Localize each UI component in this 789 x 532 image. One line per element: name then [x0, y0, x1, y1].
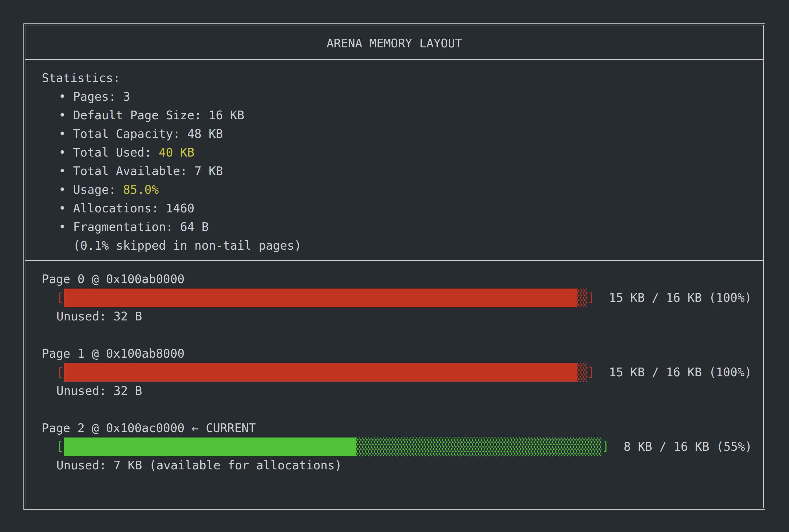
stat-text: Total Capacity: 48 KB [73, 127, 223, 141]
stat-item-fragmentation: •Fragmentation: 64 B [42, 218, 763, 236]
page-header-text: Page 0 @ 0x100ab0000 [42, 272, 185, 286]
bullet-icon: • [59, 106, 73, 125]
close-bracket: ] [587, 363, 595, 382]
stat-item-total-available: •Total Available: 7 KB [42, 162, 763, 180]
stat-text: Pages: 3 [73, 90, 130, 103]
bar-fill [64, 289, 577, 307]
page-header: Page 0 @ 0x100ab0000 [42, 270, 763, 289]
stat-value-accent: 40 KB [158, 146, 194, 159]
open-bracket: [ [56, 289, 64, 307]
memory-bar [64, 289, 587, 307]
close-bracket: ] [587, 289, 595, 307]
page-unused-label: Unused: 7 KB (available for allocations) [42, 456, 763, 475]
bar-fill [64, 437, 356, 456]
memory-bar-row: [ ] 15 KB / 16 KB (100%) [42, 289, 763, 307]
stat-item-pages: •Pages: 3 [42, 88, 763, 106]
stat-text: Total Available: 7 KB [73, 164, 223, 178]
stats-footnote: (0.1% skipped in non-tail pages) [42, 236, 763, 255]
memory-bar [64, 437, 602, 456]
stat-text: Default Page Size: 16 KB [73, 108, 244, 122]
page-header-text: Page 2 @ 0x100ac0000 [42, 421, 185, 435]
stat-text: Allocations: 1460 [73, 202, 194, 215]
bullet-icon: • [59, 218, 73, 236]
page-header: Page 1 @ 0x100ab8000 [42, 344, 763, 363]
page-block-0: Page 0 @ 0x100ab0000 [ ] 15 KB / 16 KB (… [42, 270, 763, 326]
stats-section: Statistics: •Pages: 3 •Default Page Size… [25, 61, 763, 261]
bar-unfilled [577, 289, 587, 307]
stat-text: Total Used: [73, 146, 158, 159]
page-block-2: Page 2 @ 0x100ac0000 ← CURRENT [ ] 8 KB … [42, 419, 763, 475]
bullet-icon: • [59, 143, 73, 162]
stat-item-total-used: •Total Used: 40 KB [42, 143, 763, 162]
stat-text: Usage: [73, 183, 123, 196]
current-page-marker: ← CURRENT [185, 421, 256, 435]
pages-section: Page 0 @ 0x100ab0000 [ ] 15 KB / 16 KB (… [25, 261, 763, 508]
stat-item-total-capacity: •Total Capacity: 48 KB [42, 125, 763, 143]
bullet-icon: • [59, 180, 73, 199]
page-header-text: Page 1 @ 0x100ab8000 [42, 347, 185, 361]
bullet-icon: • [59, 199, 73, 218]
bar-fill [64, 363, 577, 382]
stat-text: Fragmentation: 64 B [73, 220, 209, 234]
bullet-icon: • [59, 162, 73, 180]
arena-memory-panel: ARENA MEMORY LAYOUT Statistics: •Pages: … [23, 23, 765, 510]
bullet-icon: • [59, 88, 73, 106]
bar-usage-label: 15 KB / 16 KB (100%) [609, 363, 752, 382]
memory-bar-row: [ ] 8 KB / 16 KB (55%) [42, 437, 763, 456]
bar-usage-label: 15 KB / 16 KB (100%) [609, 289, 752, 307]
open-bracket: [ [56, 363, 64, 382]
bar-unfilled [577, 363, 587, 382]
bar-unfilled [356, 437, 602, 456]
stat-item-default-page-size: •Default Page Size: 16 KB [42, 106, 763, 125]
stats-heading: Statistics: [42, 69, 763, 88]
page-unused-label: Unused: 32 B [42, 382, 763, 400]
stat-item-allocations: •Allocations: 1460 [42, 199, 763, 218]
page-header: Page 2 @ 0x100ac0000 ← CURRENT [42, 419, 763, 437]
panel-title: ARENA MEMORY LAYOUT [25, 25, 763, 61]
memory-bar-row: [ ] 15 KB / 16 KB (100%) [42, 363, 763, 382]
memory-bar [64, 363, 587, 382]
stat-item-usage: •Usage: 85.0% [42, 180, 763, 199]
stat-value-accent: 85.0% [123, 183, 158, 196]
open-bracket: [ [56, 437, 64, 456]
bullet-icon: • [59, 125, 73, 143]
bar-usage-label: 8 KB / 16 KB (55%) [624, 437, 752, 456]
close-bracket: ] [602, 437, 609, 456]
page-unused-label: Unused: 32 B [42, 307, 763, 326]
page-block-1: Page 1 @ 0x100ab8000 [ ] 15 KB / 16 KB (… [42, 344, 763, 400]
